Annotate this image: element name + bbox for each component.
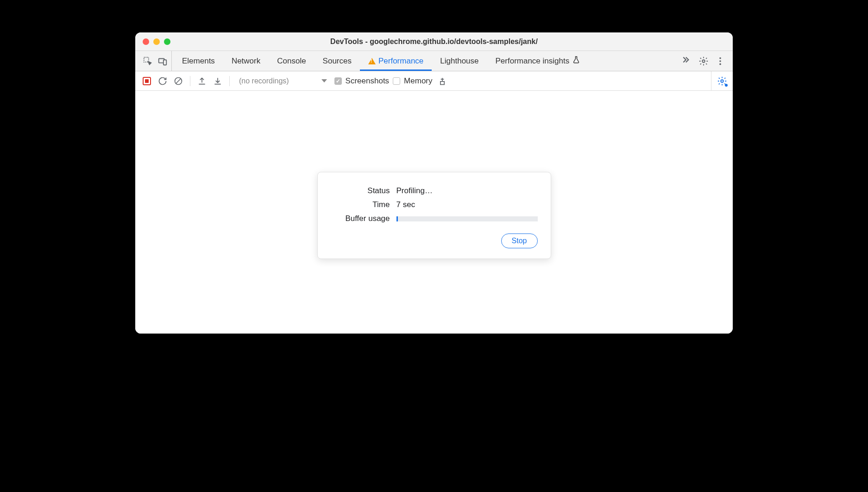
svg-rect-9 bbox=[440, 81, 444, 84]
divider bbox=[229, 76, 230, 86]
close-window-button[interactable] bbox=[143, 38, 149, 45]
reload-button[interactable] bbox=[157, 75, 169, 87]
collect-garbage-button[interactable] bbox=[436, 75, 448, 87]
tab-label: Sources bbox=[323, 57, 352, 66]
profiling-dialog: Status Profiling… Time 7 sec Buffer usag… bbox=[317, 172, 551, 259]
tab-elements[interactable]: Elements bbox=[174, 51, 223, 71]
svg-line-8 bbox=[176, 79, 181, 83]
traffic-lights bbox=[135, 38, 170, 45]
screenshots-checkbox[interactable]: Screenshots bbox=[334, 76, 390, 86]
device-toolbar-icon[interactable] bbox=[157, 56, 168, 66]
more-tabs-button[interactable] bbox=[678, 55, 692, 67]
tabs: Elements Network Console Sources Perform… bbox=[174, 51, 674, 71]
recordings-placeholder: (no recordings) bbox=[239, 77, 289, 85]
settings-gear-icon[interactable] bbox=[698, 56, 709, 66]
tab-label: Network bbox=[232, 57, 260, 66]
record-button[interactable] bbox=[141, 75, 153, 87]
upload-button[interactable] bbox=[196, 75, 208, 87]
devtools-window: DevTools - googlechrome.github.io/devtoo… bbox=[135, 32, 733, 334]
minimize-window-button[interactable] bbox=[153, 38, 160, 45]
svg-rect-2 bbox=[164, 60, 166, 65]
svg-point-6 bbox=[719, 63, 721, 65]
performance-toolbar: (no recordings) Screenshots Memory bbox=[135, 71, 733, 91]
svg-point-4 bbox=[719, 57, 721, 59]
download-button[interactable] bbox=[212, 75, 224, 87]
recordings-dropdown[interactable]: (no recordings) bbox=[235, 77, 331, 85]
checkbox-label: Screenshots bbox=[346, 76, 390, 86]
buffer-progress bbox=[396, 216, 538, 221]
checkbox-label: Memory bbox=[404, 76, 432, 86]
tab-console[interactable]: Console bbox=[269, 51, 314, 71]
tab-network[interactable]: Network bbox=[223, 51, 269, 71]
tab-label: Performance insights bbox=[496, 57, 570, 66]
checkbox-icon bbox=[393, 77, 400, 85]
tab-label: Performance bbox=[378, 57, 423, 66]
status-value: Profiling… bbox=[396, 186, 538, 196]
svg-point-3 bbox=[702, 60, 705, 63]
maximize-window-button[interactable] bbox=[164, 38, 170, 45]
time-value: 7 sec bbox=[396, 200, 538, 209]
clear-button[interactable] bbox=[172, 75, 184, 87]
inspect-element-icon[interactable] bbox=[143, 56, 153, 66]
status-label: Status bbox=[331, 186, 390, 196]
checkbox-icon bbox=[334, 77, 342, 85]
capture-settings-button[interactable] bbox=[711, 71, 727, 90]
memory-checkbox[interactable]: Memory bbox=[393, 76, 432, 86]
tab-sources[interactable]: Sources bbox=[314, 51, 360, 71]
settings-badge-icon bbox=[725, 84, 728, 87]
time-label: Time bbox=[331, 200, 390, 209]
tab-lighthouse[interactable]: Lighthouse bbox=[432, 51, 487, 71]
stop-button[interactable]: Stop bbox=[501, 233, 538, 248]
warning-icon bbox=[368, 58, 376, 64]
divider bbox=[190, 76, 190, 86]
titlebar: DevTools - googlechrome.github.io/devtoo… bbox=[135, 32, 733, 51]
tabbar: Elements Network Console Sources Perform… bbox=[135, 51, 733, 71]
tab-performance-insights[interactable]: Performance insights bbox=[487, 51, 589, 71]
flask-icon bbox=[572, 56, 580, 66]
tab-label: Elements bbox=[182, 57, 215, 66]
kebab-menu-icon[interactable] bbox=[715, 56, 725, 66]
tab-performance[interactable]: Performance bbox=[360, 51, 432, 71]
window-title: DevTools - googlechrome.github.io/devtoo… bbox=[135, 38, 733, 46]
chevron-down-icon bbox=[321, 79, 327, 82]
svg-point-10 bbox=[721, 80, 723, 82]
buffer-label: Buffer usage bbox=[331, 214, 390, 223]
svg-point-5 bbox=[719, 60, 721, 62]
performance-content: Status Profiling… Time 7 sec Buffer usag… bbox=[135, 91, 733, 334]
progress-fill bbox=[396, 216, 398, 221]
tab-label: Lighthouse bbox=[440, 57, 478, 66]
tab-label: Console bbox=[277, 57, 306, 66]
